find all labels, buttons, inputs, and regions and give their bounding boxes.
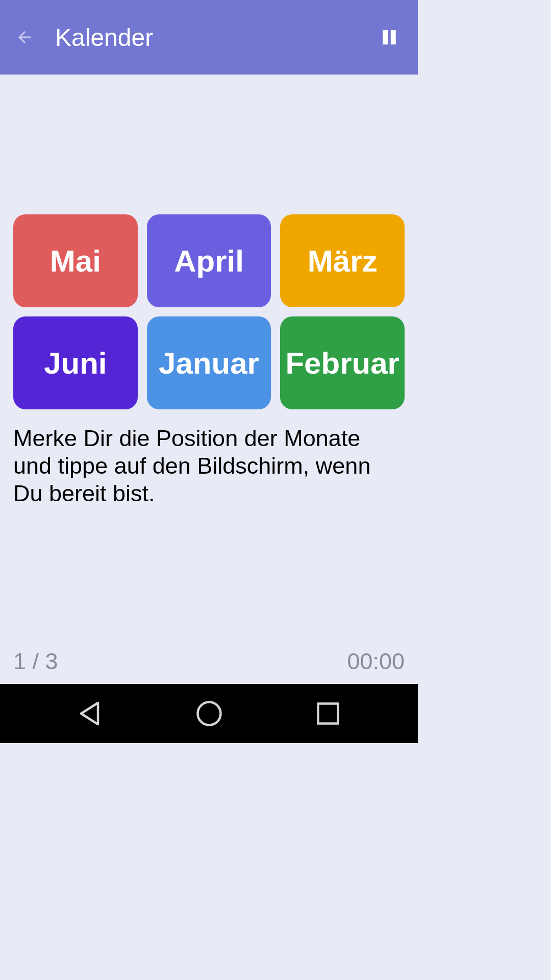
- svg-rect-0: [383, 30, 388, 44]
- nav-recent-button[interactable]: [313, 698, 343, 729]
- month-tile-februar[interactable]: Februar: [280, 316, 405, 409]
- app-bar: Kalender: [0, 0, 418, 75]
- tile-label: April: [174, 243, 244, 279]
- pause-button[interactable]: [377, 25, 402, 50]
- tile-label: Mai: [50, 243, 101, 279]
- month-tile-juni[interactable]: Juni: [13, 316, 138, 409]
- month-tile-maerz[interactable]: März: [280, 214, 405, 307]
- tile-label: Juni: [44, 346, 107, 381]
- tile-label: Februar: [285, 346, 399, 381]
- svg-rect-1: [391, 30, 396, 44]
- circle-home-icon: [194, 698, 224, 729]
- progress-counter: 1 / 3: [13, 648, 58, 675]
- instruction-text: Merke Dir die Position der Monate und ti…: [13, 425, 405, 507]
- triangle-back-icon: [75, 698, 106, 729]
- tiles-grid: Mai April März Juni Januar Februar: [13, 214, 405, 409]
- page-title: Kalender: [55, 23, 153, 52]
- month-tile-januar[interactable]: Januar: [147, 316, 271, 409]
- footer: 1 / 3 00:00: [13, 648, 405, 675]
- svg-point-2: [197, 702, 220, 725]
- svg-rect-3: [318, 704, 338, 724]
- tile-label: Januar: [159, 346, 259, 381]
- month-tile-april[interactable]: April: [147, 214, 271, 307]
- month-tile-mai[interactable]: Mai: [13, 214, 138, 307]
- system-nav-bar: [0, 684, 418, 743]
- arrow-left-icon: [15, 28, 34, 46]
- nav-home-button[interactable]: [194, 698, 224, 729]
- back-button[interactable]: [12, 25, 37, 50]
- main-content[interactable]: Mai April März Juni Januar Februar Merke…: [0, 75, 418, 684]
- tile-label: März: [308, 243, 378, 279]
- square-recent-icon: [313, 698, 343, 729]
- timer: 00:00: [347, 648, 405, 675]
- pause-icon: [381, 27, 398, 47]
- nav-back-button[interactable]: [75, 698, 106, 729]
